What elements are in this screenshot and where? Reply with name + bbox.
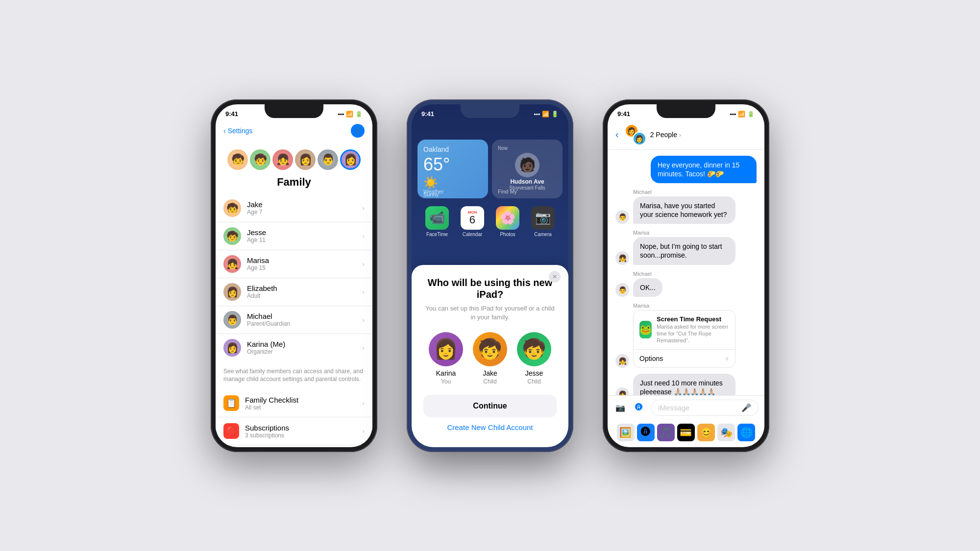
avatar2-emoji: 👩 — [635, 135, 643, 143]
cut-the-rope-icon: 🐸 — [639, 321, 652, 338]
back-button[interactable]: ‹ Settings — [223, 127, 252, 135]
modal-jesse-avatar: 🧒 — [517, 332, 551, 366]
ipad-background: 9:41 ▪▪▪ 📶 🔋 Oakland 65° ☀️ Sunny — [412, 104, 568, 447]
continue-button[interactable]: Continue — [423, 395, 557, 417]
avatar-elizabeth[interactable]: 👩 — [295, 149, 316, 170]
marisa-role: Age 15 — [247, 264, 356, 271]
status-icons-3: ▪▪▪ 📶 🔋 — [730, 111, 755, 118]
person-emoji: 🧑🏿 — [519, 157, 536, 173]
applepay-suggestion[interactable]: 💳 — [677, 424, 695, 441]
input-icons-row: 📷 🅐 iMessage 🎤 — [613, 400, 759, 416]
subscriptions-item[interactable]: 🔴 Subscriptions 3 subscriptions › — [216, 417, 372, 445]
elizabeth-memoji: 👩 — [299, 153, 312, 166]
phone-ipad-setup: 9:41 ▪▪▪ 📶 🔋 Oakland 65° ☀️ Sunny — [407, 99, 573, 452]
member-jake[interactable]: 🧒 Jake Age 7 › — [216, 194, 372, 222]
marisa-please-group: 👧 Just need 10 more minutes pleeeease 🙏🏼… — [615, 374, 757, 395]
member-jesse[interactable]: 🧒 Jesse Age 11 › — [216, 222, 372, 250]
camera-icon: 📷 — [531, 206, 555, 230]
avatar-marisa[interactable]: 👧 — [272, 149, 293, 170]
michael-message-received-1: 👨 Marisa, have you started your science … — [615, 196, 735, 224]
stc-options-label: Options — [639, 355, 663, 362]
avatar-karina[interactable]: 👩 — [340, 149, 361, 170]
battery-icon: 🔋 — [355, 111, 363, 118]
member-karina[interactable]: 👩 Karina (Me) Organizer › — [216, 334, 372, 361]
findmy-widget[interactable]: Now 🧑🏿 Hudson Ave Stuyvesant Falls Find … — [492, 140, 563, 198]
checklist-icon: 📋 — [223, 395, 239, 411]
status-time-3: 9:41 — [617, 110, 630, 118]
photos-suggestion[interactable]: 🖼️ — [617, 424, 635, 441]
safari-suggestion[interactable]: 🌐 — [737, 424, 755, 441]
marisa-please-bubble: Just need 10 more minutes pleeeease 🙏🏼🙏🏼… — [633, 374, 735, 395]
findmy-person: 🧑🏿 — [515, 153, 539, 177]
member-michael[interactable]: 👨 Michael Parent/Guardian › — [216, 306, 372, 334]
appstore-input-icon[interactable]: 🅐 — [632, 401, 646, 414]
michael-info: Michael Parent/Guardian — [247, 312, 356, 327]
photos-app[interactable]: 🌸 Photos — [496, 206, 519, 237]
findmy-when: Now — [498, 145, 557, 151]
group-avatar-2: 👩 — [633, 132, 646, 145]
jake-name: Jake — [247, 200, 356, 209]
avatar-jake[interactable]: 🧒 — [227, 149, 248, 170]
marisa-emoji-3: 👧 — [618, 390, 627, 395]
checklist-item[interactable]: 📋 Family Checklist All set › — [216, 389, 372, 417]
photos-label: Photos — [500, 232, 515, 237]
jesse-memoji: 🧒 — [254, 153, 267, 166]
michael-sender-label: Michael — [633, 189, 757, 195]
chevron-icon: › — [362, 204, 365, 212]
camera-app[interactable]: 📷 Camera — [531, 206, 555, 237]
music-suggestion[interactable]: 🎵 — [657, 424, 675, 441]
modal-close-button[interactable]: ✕ — [549, 271, 561, 283]
create-child-account-link[interactable]: Create New Child Account — [423, 423, 557, 431]
family-avatars: 🧒 🧒 👧 👩 👨 👩 — [216, 142, 372, 174]
marisa-screentime-received: 👧 🐸 Screen Time Request Marisa asked for… — [615, 310, 735, 368]
marisa-avatar-msg: 👧 — [615, 251, 629, 265]
phone-family-settings: 9:41 ▪▪▪ 📶 🔋 ‹ Settings 👤 🧒 — [211, 99, 377, 452]
animoji-suggestion[interactable]: 🎭 — [717, 424, 735, 441]
phone2-screen: 9:41 ▪▪▪ 📶 🔋 Oakland 65° ☀️ Sunny — [412, 104, 568, 447]
messages-body: Hey everyone, dinner in 15 minutes. Taco… — [608, 150, 764, 395]
weather-widget[interactable]: Oakland 65° ☀️ Sunny H:72° L:55° Weather — [417, 140, 488, 198]
notch-2 — [461, 104, 519, 118]
chevron-icon: › — [362, 288, 365, 296]
marisa-bubble-1: Nope, but I'm going to start soon...prom… — [633, 237, 735, 264]
modal-jake-role: Child — [483, 378, 496, 385]
marisa-sender-label: Marisa — [633, 230, 757, 236]
modal-jesse-name: Jesse — [525, 369, 543, 377]
chevron-icon: › — [362, 232, 365, 240]
stc-options[interactable]: Options ∨ — [634, 350, 735, 367]
karina-info: Karina (Me) Organizer — [247, 340, 356, 355]
member-marisa[interactable]: 👧 Marisa Age 15 › — [216, 250, 372, 278]
group-name[interactable]: 2 People › — [650, 131, 757, 139]
michael-memoji: 👨 — [321, 153, 335, 166]
modal-user-jesse[interactable]: 🧒 Jesse Child — [517, 332, 551, 385]
stc-desc: Marisa asked for more screen time for "C… — [657, 323, 729, 344]
member-elizabeth[interactable]: 👩 Elizabeth Adult › — [216, 278, 372, 306]
calendar-app[interactable]: MON 6 Calendar — [461, 206, 484, 237]
michael-message-group-1: Michael 👨 Marisa, have you started your … — [615, 189, 757, 224]
subscriptions-title: Subscriptions — [245, 424, 356, 432]
weather-city: Oakland — [423, 145, 482, 153]
modal-user-jake[interactable]: 🧒 Jake Child — [473, 332, 507, 385]
avatar-jesse[interactable]: 🧒 — [250, 149, 270, 170]
modal-user-karina[interactable]: 👩 Karina You — [429, 332, 463, 385]
modal-karina-name: Karina — [436, 369, 456, 377]
marisa-emoji-2: 👧 — [618, 357, 627, 365]
camera-input-icon[interactable]: 📷 — [613, 401, 627, 414]
signal-icon: ▪▪▪ — [730, 111, 736, 118]
phones-container: 9:41 ▪▪▪ 📶 🔋 ‹ Settings 👤 🧒 — [0, 0, 980, 551]
marisa-avatar: 👧 — [223, 255, 241, 273]
avatar-michael[interactable]: 👨 — [318, 149, 338, 170]
appstore-suggestion[interactable]: 🅐 — [637, 424, 655, 441]
facetime-app[interactable]: 📹 FaceTime — [425, 206, 449, 237]
modal-jake-avatar: 🧒 — [473, 332, 507, 366]
add-member-button[interactable]: 👤 — [351, 124, 365, 138]
back-button-messages[interactable]: ‹ — [615, 129, 619, 140]
message-input-field[interactable]: iMessage 🎤 — [651, 400, 759, 416]
microphone-icon[interactable]: 🎤 — [741, 403, 751, 412]
widgets-area: Oakland 65° ☀️ Sunny H:72° L:55° Weather… — [412, 122, 568, 204]
jake-memoji2: 🧒 — [478, 337, 502, 360]
signal-icon: ▪▪▪ — [534, 111, 540, 118]
jake-info: Jake Age 7 — [247, 200, 356, 216]
memoji-suggestion[interactable]: 😊 — [697, 424, 715, 441]
sun-icon: ☀️ — [423, 176, 482, 190]
